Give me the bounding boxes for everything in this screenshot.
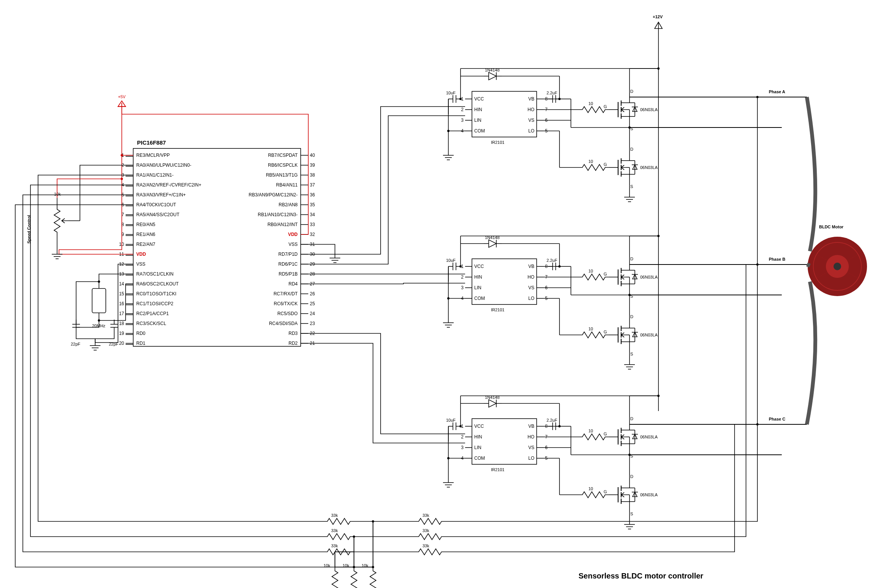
svg-text:18: 18 xyxy=(119,321,124,326)
svg-text:06N03LA: 06N03LA xyxy=(640,165,658,170)
svg-text:2: 2 xyxy=(461,107,464,112)
svg-text:06N03LA: 06N03LA xyxy=(640,107,658,112)
svg-text:2.2uF: 2.2uF xyxy=(547,91,557,95)
svg-point-398 xyxy=(353,566,355,568)
svg-point-382 xyxy=(834,263,841,270)
svg-text:G: G xyxy=(604,330,607,334)
svg-text:06N03LA: 06N03LA xyxy=(640,492,658,497)
svg-text:VSS: VSS xyxy=(288,242,298,247)
svg-text:25: 25 xyxy=(310,301,315,306)
svg-point-347 xyxy=(459,425,462,427)
svg-text:VS: VS xyxy=(528,445,534,450)
svg-text:06N03LA: 06N03LA xyxy=(640,333,658,337)
svg-text:RE3/MCLR/VPP: RE3/MCLR/VPP xyxy=(136,153,170,158)
svg-text:VS: VS xyxy=(528,118,534,123)
svg-text:RC5/SDO: RC5/SDO xyxy=(277,311,298,316)
svg-text:HO: HO xyxy=(528,107,534,112)
svg-text:G: G xyxy=(604,104,607,109)
svg-text:RD1: RD1 xyxy=(136,341,145,346)
svg-text:HIN: HIN xyxy=(474,434,482,440)
mosfet: 06N03LADGS xyxy=(604,314,658,356)
svg-text:S: S xyxy=(630,184,633,189)
svg-text:33k: 33k xyxy=(422,513,429,518)
svg-text:D: D xyxy=(630,474,633,479)
svg-text:39: 39 xyxy=(310,163,315,168)
svg-text:VDD: VDD xyxy=(136,252,146,257)
svg-point-345 xyxy=(447,457,449,459)
svg-text:IR2101: IR2101 xyxy=(491,308,504,312)
svg-text:3: 3 xyxy=(461,445,464,450)
svg-text:S: S xyxy=(630,294,633,298)
svg-text:19: 19 xyxy=(119,331,124,336)
svg-text:33k: 33k xyxy=(331,543,338,548)
svg-text:LO: LO xyxy=(528,456,534,461)
svg-rect-175 xyxy=(92,288,106,313)
mosfet: 06N03LADGS xyxy=(604,416,658,458)
svg-text:G: G xyxy=(604,272,607,276)
svg-text:RC6/TX/CK: RC6/TX/CK xyxy=(274,301,298,306)
svg-text:10: 10 xyxy=(588,429,593,433)
svg-rect-26 xyxy=(133,148,301,346)
svg-text:14: 14 xyxy=(119,281,124,287)
svg-text:D: D xyxy=(630,257,633,261)
svg-text:06N03LA: 06N03LA xyxy=(640,275,658,279)
svg-text:34: 34 xyxy=(310,212,315,217)
svg-text:HO: HO xyxy=(528,274,534,280)
svg-text:D: D xyxy=(630,89,633,94)
svg-text:10: 10 xyxy=(588,159,593,164)
svg-point-280 xyxy=(447,297,449,300)
svg-text:COM: COM xyxy=(474,456,485,461)
phase-b-label: Phase B xyxy=(769,257,785,261)
svg-text:24: 24 xyxy=(310,311,315,316)
svg-text:RB1/AN10/C12IN3-: RB1/AN10/C12IN3- xyxy=(258,212,298,217)
svg-text:S: S xyxy=(630,512,633,516)
svg-text:G: G xyxy=(604,489,607,494)
phase-c-label: Phase C xyxy=(769,417,785,421)
mosfet: 06N03LADGS xyxy=(604,257,658,298)
svg-text:LIN: LIN xyxy=(474,118,481,123)
svg-text:17: 17 xyxy=(119,311,124,316)
svg-text:RB3/AN9/PGM/C12IN2-: RB3/AN9/PGM/C12IN2- xyxy=(249,192,298,198)
bldc-motor: BLDC Motor xyxy=(808,225,867,296)
svg-text:BLDC Motor: BLDC Motor xyxy=(819,225,844,229)
svg-text:COM: COM xyxy=(474,128,485,134)
svg-text:COM: COM xyxy=(474,296,485,301)
svg-text:D: D xyxy=(630,314,633,319)
svg-point-399 xyxy=(372,566,374,568)
svg-text:VCC: VCC xyxy=(474,264,484,269)
svg-text:RC0/T1OSO/T1CKI: RC0/T1OSO/T1CKI xyxy=(136,291,176,296)
svg-text:RB4/AN11: RB4/AN11 xyxy=(276,182,298,188)
svg-text:3: 3 xyxy=(461,285,464,290)
svg-text:16: 16 xyxy=(119,301,124,306)
svg-text:LO: LO xyxy=(528,296,534,301)
svg-text:VDD: VDD xyxy=(288,232,298,237)
svg-text:10: 10 xyxy=(588,327,593,331)
svg-text:33: 33 xyxy=(310,222,315,227)
svg-text:32: 32 xyxy=(310,232,315,237)
svg-point-292 xyxy=(558,265,561,268)
svg-text:RB7/ICSPDAT: RB7/ICSPDAT xyxy=(268,153,298,158)
phase-group-2: IR21011VCC2HIN3LIN4COM8VB7HO6VS5LO10uF1N… xyxy=(443,395,782,529)
svg-text:S: S xyxy=(630,352,633,356)
speed-control-pot: Speed Control 10k xyxy=(27,192,80,259)
svg-text:LO: LO xyxy=(528,128,534,134)
phase-a-label: Phase A xyxy=(769,89,785,94)
svg-text:10uF: 10uF xyxy=(446,258,456,263)
svg-text:RC1/T1OSI/CCP2: RC1/T1OSI/CCP2 xyxy=(136,301,174,306)
svg-text:RE1/AN6: RE1/AN6 xyxy=(136,232,155,237)
svg-text:23: 23 xyxy=(310,321,315,326)
svg-text:HO: HO xyxy=(528,434,534,440)
phase-group-0: IR21011VCC2HIN3LIN4COM8VB7HO6VS5LO10uF1N… xyxy=(443,68,782,202)
svg-text:3: 3 xyxy=(461,118,464,123)
phase-group-1: IR21011VCC2HIN3LIN4COM8VB7HO6VS5LO10uF1N… xyxy=(443,235,782,369)
svg-text:HIN: HIN xyxy=(474,274,482,280)
svg-text:RD0: RD0 xyxy=(136,331,145,336)
mcu-block: PIC16F887 1RE3/MCLR/VPP2RA0/AN0/ULPWU/C1… xyxy=(119,139,315,346)
svg-text:RB6/ICSPCLK: RB6/ICSPCLK xyxy=(268,163,298,168)
svg-text:33k: 33k xyxy=(331,513,338,518)
svg-text:RA4/T0CKI/C1OUT: RA4/T0CKI/C1OUT xyxy=(136,202,176,207)
mosfet: 06N03LADGS xyxy=(604,474,658,516)
svg-text:35: 35 xyxy=(310,202,315,207)
svg-text:10uF: 10uF xyxy=(446,91,456,95)
svg-text:D: D xyxy=(630,416,633,421)
